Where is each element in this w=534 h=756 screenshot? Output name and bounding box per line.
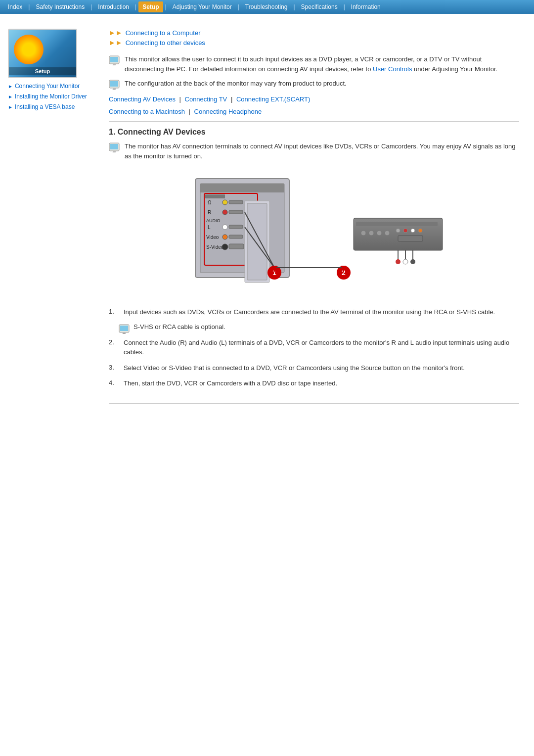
svg-text:Video: Video: [206, 235, 219, 240]
bottom-divider: [109, 403, 519, 404]
link-connecting-computer[interactable]: Connecting to a Computer: [126, 29, 201, 37]
svg-rect-64: [123, 332, 126, 333]
nav-adjusting[interactable]: Adjusting Your Monitor: [169, 1, 236, 12]
svg-rect-53: [398, 236, 423, 241]
svg-point-31: [222, 244, 228, 250]
nav-setup[interactable]: Setup: [138, 1, 163, 12]
svg-rect-22: [229, 210, 243, 214]
sidebar-item-vesa-base[interactable]: ► Installing a VESA base: [8, 103, 91, 111]
step-item-1: 1. Input devices such as DVDs, VCRs or C…: [109, 307, 519, 317]
svg-point-55: [396, 259, 400, 264]
svg-rect-3: [113, 64, 116, 65]
main-content: ►► Connecting to a Computer ►► Connectin…: [99, 24, 534, 409]
link-connecting-headphone[interactable]: Connecting Headphone: [194, 108, 262, 115]
divider-1: [109, 121, 519, 122]
section-heading: 1. Connecting AV Devices: [109, 128, 519, 137]
double-arrow-icon-1: ►►: [109, 29, 123, 37]
breadcrumb-line-2: Connecting to a Macintosh | Connecting H…: [109, 108, 519, 115]
info-icon-note: [119, 324, 130, 335]
svg-rect-34: [247, 203, 267, 280]
step-content-4: Then, start the DVD, VCR or Camcorders w…: [124, 378, 337, 388]
step-number-3: 3.: [109, 363, 119, 371]
step-number-4: 4.: [109, 378, 119, 386]
step-content-3: Select Video or S-Video that is connecte…: [124, 363, 465, 373]
nav-information[interactable]: Information: [347, 1, 385, 12]
nav-specifications[interactable]: Specifications: [297, 1, 342, 12]
top-link-row-1: ►► Connecting to a Computer: [109, 29, 519, 37]
svg-rect-7: [113, 88, 116, 89]
step-number-1: 1.: [109, 307, 119, 315]
sidebar-image: [8, 29, 77, 78]
svg-point-25: [222, 225, 227, 230]
svg-point-52: [418, 229, 422, 233]
link-connecting-ext[interactable]: Connecting EXT.(SCART): [236, 95, 310, 103]
svg-rect-11: [113, 151, 116, 152]
step-item-3: 3. Select Video or S-Video that is conne…: [109, 363, 519, 373]
info-icon-2: [109, 80, 120, 91]
info-text-note: The configuration at the back of the mon…: [125, 79, 347, 91]
step-item-4: 4. Then, start the DVD, VCR or Camcorder…: [109, 378, 519, 388]
link-user-controls[interactable]: User Controls: [373, 65, 412, 73]
svg-rect-15: [205, 194, 225, 198]
svg-rect-9: [110, 144, 118, 149]
svg-point-28: [222, 235, 227, 239]
svg-text:S-Video: S-Video: [206, 244, 224, 250]
nav-bar: Index | Safety Instructions | Introducti…: [0, 0, 534, 14]
svg-rect-62: [120, 326, 128, 331]
arrow-icon-1: ►: [8, 83, 13, 90]
info-section-note: The configuration at the back of the mon…: [109, 79, 519, 91]
steps-list: 1. Input devices such as DVDs, VCRs or C…: [109, 307, 519, 388]
svg-point-47: [377, 231, 382, 236]
svg-point-46: [369, 231, 374, 236]
info-section-main: This monitor allows the user to connect …: [109, 54, 519, 74]
svg-rect-19: [229, 200, 243, 204]
arrow-icon-3: ►: [8, 104, 13, 111]
svg-rect-5: [110, 81, 118, 87]
svg-rect-1: [110, 57, 118, 62]
double-arrow-icon-2: ►►: [109, 39, 123, 47]
diagram-container: Ω R AUDIO L Video: [109, 169, 519, 297]
arrow-icon-2: ►: [8, 94, 13, 100]
nav-safety[interactable]: Safety Instructions: [32, 1, 89, 12]
sidebar-item-installing-driver[interactable]: ► Installing the Monitor Driver: [8, 93, 91, 101]
svg-rect-26: [229, 225, 243, 229]
step-content-2: Connect the Audio (R) and Audio (L) term…: [124, 338, 519, 357]
nav-introduction[interactable]: Introduction: [94, 1, 133, 12]
info-icon-3: [109, 142, 120, 153]
top-link-row-2: ►► Connecting to other devices: [109, 39, 519, 47]
svg-text:AUDIO: AUDIO: [206, 218, 221, 223]
svg-rect-14: [200, 184, 284, 192]
svg-point-48: [385, 231, 390, 236]
step-content-1: Input devices such as DVDs, VCRs or Camc…: [124, 307, 495, 317]
diagram-svg: Ω R AUDIO L Video: [176, 169, 452, 297]
nav-troubleshooting[interactable]: Troubleshooting: [241, 1, 292, 12]
nav-index[interactable]: Index: [4, 1, 26, 12]
diagram: Ω R AUDIO L Video: [176, 169, 452, 297]
step-number-2: 2.: [109, 338, 119, 346]
section-intro: The monitor has AV connection terminals …: [109, 142, 519, 161]
svg-point-49: [396, 229, 400, 233]
note-text-svhs: S-VHS or RCA cable is optional.: [134, 323, 225, 331]
link-connecting-other[interactable]: Connecting to other devices: [126, 39, 205, 47]
link-connecting-mac[interactable]: Connecting to a Macintosh: [109, 108, 185, 115]
svg-point-51: [411, 229, 415, 233]
svg-point-18: [222, 200, 227, 205]
sidebar-item-connecting-monitor[interactable]: ► Connecting Your Monitor: [8, 82, 91, 91]
svg-text:Ω: Ω: [208, 200, 212, 205]
info-icon-1: [109, 55, 120, 66]
svg-text:R: R: [208, 210, 211, 215]
svg-text:L: L: [208, 225, 211, 230]
main-layout: ► Connecting Your Monitor ► Installing t…: [0, 14, 534, 419]
info-text-main: This monitor allows the user to connect …: [125, 54, 519, 74]
step-item-2: 2. Connect the Audio (R) and Audio (L) t…: [109, 338, 519, 357]
link-connecting-tv[interactable]: Connecting TV: [185, 95, 227, 103]
note-row-svhs: S-VHS or RCA cable is optional.: [119, 323, 519, 335]
svg-point-50: [403, 229, 407, 233]
svg-point-57: [403, 259, 408, 264]
svg-point-21: [222, 210, 227, 215]
link-connecting-av[interactable]: Connecting AV Devices: [109, 95, 176, 103]
section-intro-text: The monitor has AV connection terminals …: [125, 142, 519, 161]
svg-rect-32: [229, 244, 244, 249]
svg-point-45: [361, 231, 366, 236]
svg-point-59: [410, 259, 415, 264]
